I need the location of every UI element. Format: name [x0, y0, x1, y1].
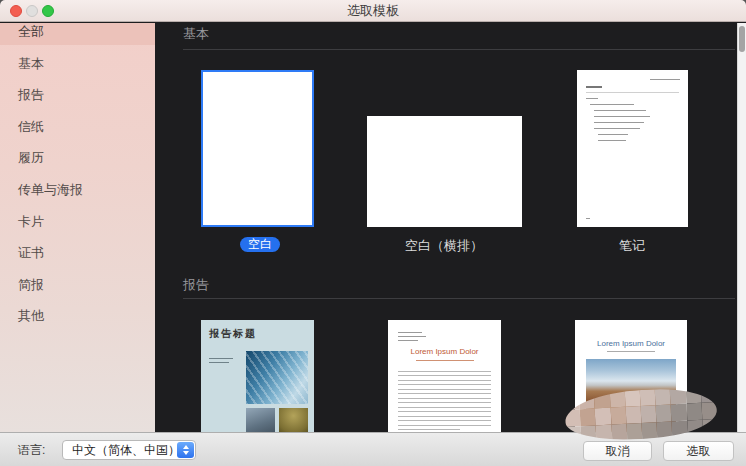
window-title: 选取模板: [0, 0, 746, 22]
sidebar-item-all[interactable]: 全部: [0, 23, 155, 45]
text-line: [398, 340, 418, 341]
text-line: [594, 122, 644, 123]
sidebar-item-misc[interactable]: 其他: [0, 303, 155, 329]
template-blank-landscape-label: 空白（横排）: [384, 237, 504, 255]
template-chooser-window: 选取模板 全部 基本 报告 信纸 履历 传单与海报 卡片 证书 简报 其他 基本…: [0, 0, 746, 466]
sidebar-item-label: 简报: [18, 277, 44, 292]
template-gallery: 基本 空白 空白（横排） 笔记 报告 报告标题: [155, 23, 737, 432]
sidebar-item-cards[interactable]: 卡片: [0, 209, 155, 235]
text-line: [598, 134, 628, 135]
section-divider: [183, 49, 735, 50]
sidebar-item-label: 其他: [18, 308, 44, 323]
language-label: 语言:: [18, 433, 45, 466]
sidebar-item-label: 基本: [18, 56, 44, 71]
section-title-basic: 基本: [183, 25, 209, 43]
language-dropdown[interactable]: 中文（简体、中国）: [62, 440, 196, 460]
small-photo: [279, 408, 308, 432]
choose-button[interactable]: 选取: [663, 441, 734, 461]
template-notes[interactable]: [577, 70, 688, 227]
text-line: [209, 358, 233, 359]
sidebar-item-newsletters[interactable]: 简报: [0, 272, 155, 298]
rule-line: [586, 92, 679, 93]
thumbnail-subtitle-line: [607, 351, 655, 352]
scrollbar-track[interactable]: [737, 23, 746, 432]
category-sidebar: 全部 基本 报告 信纸 履历 传单与海报 卡片 证书 简报 其他: [0, 23, 155, 432]
sidebar-item-flyers-posters[interactable]: 传单与海报: [0, 177, 155, 203]
template-blank[interactable]: [201, 70, 314, 227]
template-blank-landscape[interactable]: [367, 116, 522, 227]
chevron-up-down-icon: [177, 442, 194, 458]
thumbnail-title: 报告标题: [209, 327, 257, 341]
text-line: [594, 116, 650, 117]
section-title-reports: 报告: [183, 276, 209, 294]
thumbnail-title: Lorem Ipsum Dolor: [575, 339, 687, 348]
text-line: [209, 362, 229, 363]
template-essay[interactable]: Lorem Ipsum Dolor: [388, 320, 501, 432]
sidebar-item-stationery[interactable]: 信纸: [0, 114, 155, 140]
sidebar-item-label: 证书: [18, 245, 44, 260]
sidebar-item-certificates[interactable]: 证书: [0, 240, 155, 266]
cancel-button[interactable]: 取消: [583, 441, 652, 461]
text-line: [586, 86, 602, 88]
scrollbar-thumb[interactable]: [739, 26, 745, 52]
thumbnail-title: Lorem Ipsum Dolor: [388, 347, 501, 356]
language-dropdown-value: 中文（简体、中国）: [72, 443, 180, 457]
text-line: [590, 104, 634, 105]
page-number: [586, 218, 590, 219]
text-line: [594, 110, 646, 111]
text-line: [586, 98, 598, 99]
sidebar-item-label: 卡片: [18, 214, 44, 229]
template-blank-label: 空白: [240, 237, 280, 252]
thumbnail-subtitle-line: [416, 360, 474, 361]
title-bar: 选取模板: [0, 0, 746, 22]
sidebar-item-label: 报告: [18, 87, 44, 102]
text-line: [598, 140, 626, 141]
body-text-lines: [388, 367, 501, 430]
sidebar-item-label: 信纸: [18, 119, 44, 134]
section-divider: [183, 298, 735, 299]
sidebar-item-label: 履历: [18, 150, 44, 165]
text-line: [398, 332, 422, 333]
sidebar-item-basic[interactable]: 基本: [0, 51, 155, 77]
sidebar-item-resumes[interactable]: 履历: [0, 145, 155, 171]
sidebar-item-label: 传单与海报: [18, 182, 83, 197]
architecture-photo: [246, 351, 308, 404]
template-report-cover[interactable]: 报告标题: [201, 320, 314, 432]
template-notes-label: 笔记: [602, 237, 662, 255]
text-line: [594, 128, 640, 129]
text-line: [398, 336, 426, 337]
small-photo: [246, 408, 275, 432]
sidebar-item-label: 全部: [18, 24, 44, 39]
sidebar-item-reports[interactable]: 报告: [0, 82, 155, 108]
text-line: [650, 79, 680, 80]
